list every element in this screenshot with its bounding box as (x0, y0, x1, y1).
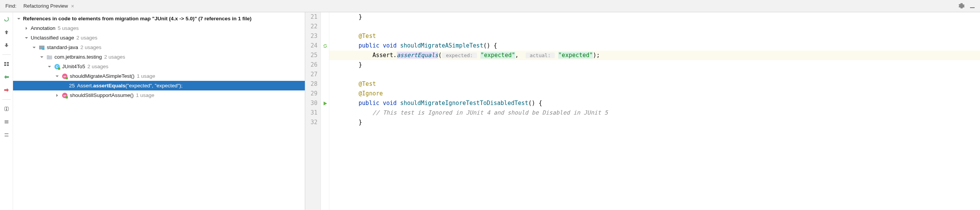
gear-icon[interactable] (956, 3, 967, 9)
gutter-marker (321, 22, 329, 31)
tab-label: Refactoring Preview (23, 3, 68, 9)
line-number: 21 (311, 12, 317, 22)
svg-rect-18 (66, 77, 68, 79)
info-icon[interactable] (2, 104, 11, 113)
svg-rect-4 (7, 64, 9, 66)
find-label: Find: (2, 3, 20, 9)
tree-module[interactable]: standard-java2 usages (13, 43, 305, 52)
tree-usage-line[interactable]: 25Assert.assertEquals("expected", "expec… (13, 81, 305, 90)
code-line[interactable]: // This test is Ignored in JUnit 4 and s… (329, 108, 980, 118)
tab-refactoring-preview[interactable]: Refactoring Preview × (20, 0, 78, 12)
tree-root[interactable]: References in code to elements from migr… (13, 14, 305, 23)
gutter-marker (321, 12, 329, 22)
svg-rect-2 (7, 62, 9, 64)
line-number: 27 (311, 70, 317, 79)
arrow-down-icon[interactable] (2, 41, 11, 50)
usages-tree[interactable]: References in code to elements from migr… (13, 12, 305, 210)
package-icon (46, 54, 53, 60)
svg-rect-7 (6, 107, 7, 108)
tool-window-header: Find: Refactoring Preview × (0, 0, 980, 12)
layout-icon[interactable] (2, 59, 11, 69)
chevron-down-icon[interactable] (24, 35, 29, 41)
tree-package[interactable]: com.jetbrains.testing2 usages (13, 52, 305, 62)
code-line[interactable]: @Test (329, 79, 980, 89)
collapse-all-icon[interactable] (2, 130, 11, 139)
svg-rect-10 (42, 48, 44, 50)
gutter-marker[interactable] (321, 98, 329, 108)
line-number: 22 (311, 22, 317, 31)
line-number: 26 (311, 60, 317, 70)
line-number: 31 (311, 108, 317, 118)
chevron-down-icon[interactable] (54, 74, 60, 79)
gutter-marker (321, 31, 329, 41)
tree-method-1[interactable]: mshouldMigrateASimpleTest()1 usage (13, 71, 305, 81)
preview-editor: 212223242526272829303132 } @Test public … (305, 12, 980, 210)
class-icon: C (54, 64, 61, 70)
line-number-gutter: 212223242526272829303132 (305, 12, 321, 210)
svg-rect-0 (970, 7, 975, 8)
tree-class[interactable]: CJUnit4To52 usages (13, 62, 305, 71)
module-icon (38, 44, 45, 51)
gutter-marker (321, 118, 329, 127)
cancel-refactor-icon[interactable] (2, 85, 11, 95)
close-icon[interactable]: × (71, 3, 74, 9)
chevron-down-icon[interactable] (16, 16, 21, 21)
code-line[interactable]: Assert.assertEquals( expected: "expected… (329, 51, 980, 60)
line-number: 24 (311, 41, 317, 51)
left-toolbar (0, 12, 13, 210)
gutter-marker (321, 60, 329, 70)
svg-rect-6 (6, 108, 7, 110)
chevron-down-icon[interactable] (39, 54, 44, 60)
tree-method-2[interactable]: mshouldStillSupportAssume()1 usage (13, 90, 305, 100)
arrow-up-icon[interactable] (2, 28, 11, 37)
gutter-marker (321, 79, 329, 89)
minimize-icon[interactable] (967, 3, 978, 9)
svg-rect-9 (39, 46, 41, 47)
code-line[interactable] (329, 70, 980, 79)
code-line[interactable]: @Ignore (329, 89, 980, 98)
gutter-marker[interactable] (321, 41, 329, 51)
gutter-markers (321, 12, 329, 210)
code-line[interactable]: public void shouldMigrateIgnoreTestToDis… (329, 98, 980, 108)
expander-placeholder (62, 83, 67, 89)
svg-rect-12 (47, 55, 49, 56)
code-area[interactable]: } @Test public void shouldMigrateASimple… (329, 12, 980, 210)
do-refactor-icon[interactable] (2, 72, 11, 82)
code-line[interactable]: @Test (329, 31, 980, 41)
svg-rect-3 (4, 64, 6, 66)
tree-unclassified[interactable]: Unclassified usage2 usages (13, 33, 305, 43)
svg-rect-1 (4, 62, 6, 64)
gutter-marker (321, 108, 329, 118)
chevron-down-icon[interactable] (47, 64, 52, 69)
gutter-marker (321, 70, 329, 79)
code-line[interactable]: } (329, 60, 980, 70)
code-line[interactable] (329, 22, 980, 31)
expand-all-icon[interactable] (2, 117, 11, 126)
method-icon: m (61, 73, 68, 79)
code-line[interactable]: } (329, 118, 980, 127)
chevron-down-icon[interactable] (31, 45, 37, 50)
line-number: 32 (311, 118, 317, 127)
code-line[interactable]: public void shouldMigrateASimpleTest() { (329, 41, 980, 51)
gutter-marker (321, 51, 329, 60)
svg-rect-15 (58, 67, 60, 70)
line-number: 25 (311, 51, 317, 60)
gutter-marker (321, 89, 329, 98)
code-line[interactable]: } (329, 12, 980, 22)
method-icon: m (61, 92, 68, 98)
line-number: 23 (311, 31, 317, 41)
svg-rect-21 (66, 96, 68, 98)
tree-annotation[interactable]: Annotation5 usages (13, 23, 305, 33)
chevron-right-icon[interactable] (54, 93, 60, 98)
line-number: 28 (311, 79, 317, 89)
line-number: 29 (311, 89, 317, 98)
chevron-right-icon[interactable] (24, 26, 29, 31)
refresh-icon[interactable] (2, 15, 11, 24)
line-number: 30 (311, 98, 317, 108)
